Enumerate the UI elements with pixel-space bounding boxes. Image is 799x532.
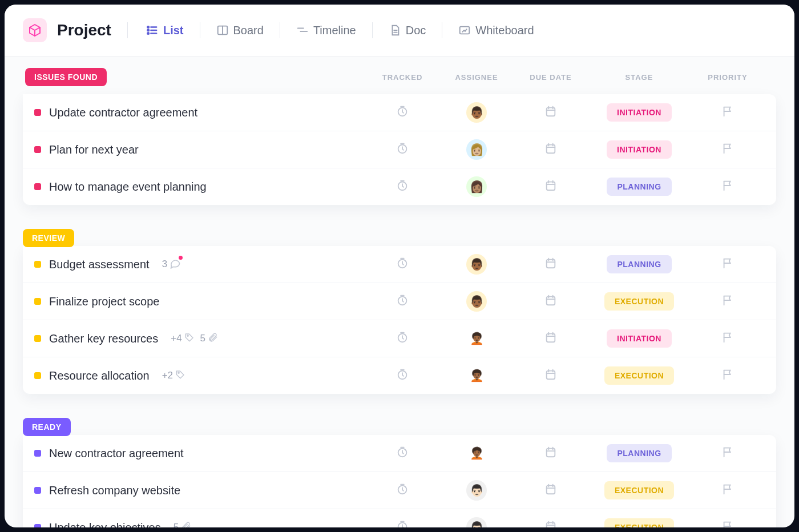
avatar: 👨🏾 [466,291,487,312]
calendar-icon [544,368,557,383]
stage-cell[interactable]: INITIATION [588,329,691,348]
assignee-cell[interactable]: 👨🏻 [439,517,514,527]
status-dot [34,524,41,527]
attachments-count[interactable]: 5 [173,521,191,528]
flag-icon [721,142,734,157]
priority-cell[interactable] [691,294,765,309]
stage-cell[interactable]: PLANNING [588,444,691,462]
assignee-cell[interactable]: 👨🏾 [439,291,514,312]
tracked-cell[interactable] [365,368,439,383]
assignee-cell[interactable]: 👨🏻 [439,480,514,501]
group-pill[interactable]: REVIEW [23,229,74,247]
chat-icon [170,257,181,272]
priority-cell[interactable] [691,179,765,194]
tab-list[interactable]: List [138,19,192,42]
priority-cell[interactable] [691,257,765,272]
stage-cell[interactable]: PLANNING [588,178,691,196]
task-title: Finalize project scope [49,295,159,308]
priority-cell[interactable] [691,520,765,527]
tab-label: Doc [406,24,426,37]
priority-cell[interactable] [691,483,765,498]
attachments-count[interactable]: 5 [200,332,218,345]
stage-cell[interactable]: INITIATION [588,140,691,159]
due-date-cell[interactable] [514,179,588,194]
group-pill[interactable]: ISSUES FOUND [25,68,107,86]
timer-icon [396,294,409,309]
task-row[interactable]: Update contractor agreement👨🏾INITIATION [23,94,776,131]
task-row[interactable]: Plan for next year👩🏼INITIATION [23,131,776,168]
assignee-cell[interactable]: 👩🏽 [439,176,514,197]
tab-timeline[interactable]: Timeline [288,19,364,42]
status-dot [34,335,41,342]
assignee-cell[interactable]: 👨🏾 [439,254,514,275]
tab-whiteboard[interactable]: Whiteboard [450,19,542,42]
priority-cell[interactable] [691,105,765,120]
stage-cell[interactable]: EXECUTION [588,481,691,499]
due-date-cell[interactable] [514,446,588,461]
due-date-cell[interactable] [514,105,588,120]
due-date-cell[interactable] [514,483,588,498]
task-row[interactable]: New contractor agreement🧑🏾‍🦱PLANNING [23,435,776,472]
task-row[interactable]: Gather key resources+45🧑🏾‍🦱INITIATION [23,320,776,357]
avatar: 👨🏻 [466,517,487,527]
tracked-cell[interactable] [365,483,439,498]
priority-cell[interactable] [691,331,765,346]
assignee-cell[interactable]: 🧑🏾‍🦱 [439,328,514,349]
tab-label: List [163,24,184,37]
stage-cell[interactable]: EXECUTION [588,366,691,385]
tracked-cell[interactable] [365,257,439,272]
due-date-cell[interactable] [514,520,588,527]
column-header: STAGE [588,73,691,82]
assignee-cell[interactable]: 👨🏾 [439,102,514,123]
task-name-cell: Update contractor agreement [34,106,365,119]
flag-icon [721,331,734,346]
task-meta: +45 [171,332,218,345]
task-row[interactable]: Budget assessment3👨🏾PLANNING [23,246,776,283]
tracked-cell[interactable] [365,520,439,527]
task-row[interactable]: How to manage event planning👩🏽PLANNING [23,168,776,205]
assignee-cell[interactable]: 🧑🏾‍🦱 [439,443,514,464]
tags-count[interactable]: +2 [162,369,185,382]
tracked-cell[interactable] [365,105,439,120]
tracked-cell[interactable] [365,294,439,309]
stage-cell[interactable]: INITIATION [588,103,691,122]
stage-pill: INITIATION [607,103,672,122]
priority-cell[interactable] [691,142,765,157]
tags-count[interactable]: +4 [171,332,194,345]
tracked-cell[interactable] [365,142,439,157]
tracked-cell[interactable] [365,331,439,346]
timer-icon [396,446,409,461]
task-row[interactable]: Resource allocation+2🧑🏾‍🦱EXECUTION [23,357,776,394]
assignee-cell[interactable]: 🧑🏾‍🦱 [439,365,514,386]
project-logo [23,18,47,42]
tab-doc[interactable]: Doc [381,19,434,42]
task-meta: 3 [162,257,181,272]
svg-point-0 [147,26,149,28]
assignee-cell[interactable]: 👩🏼 [439,139,514,160]
comments-count[interactable]: 3 [162,257,181,272]
task-title: New contractor agreement [49,447,184,460]
due-date-cell[interactable] [514,368,588,383]
stage-cell[interactable]: EXECUTION [588,518,691,527]
flag-icon [721,257,734,272]
due-date-cell[interactable] [514,257,588,272]
due-date-cell[interactable] [514,331,588,346]
task-row[interactable]: Update key objectives5👨🏻EXECUTION [23,509,776,527]
priority-cell[interactable] [691,368,765,383]
tab-board[interactable]: Board [208,19,272,42]
stage-cell[interactable]: EXECUTION [588,292,691,311]
group-pill[interactable]: READY [23,418,71,436]
flag-icon [721,179,734,194]
due-date-cell[interactable] [514,294,588,309]
task-row[interactable]: Refresh company website👨🏻EXECUTION [23,472,776,509]
tracked-cell[interactable] [365,446,439,461]
task-row[interactable]: Finalize project scope👨🏾EXECUTION [23,283,776,320]
flag-icon [721,483,734,498]
stage-cell[interactable]: PLANNING [588,255,691,273]
tracked-cell[interactable] [365,179,439,194]
status-dot [34,146,41,153]
due-date-cell[interactable] [514,142,588,157]
priority-cell[interactable] [691,446,765,461]
timeline-icon [296,24,309,37]
task-meta: 5 [173,521,191,528]
